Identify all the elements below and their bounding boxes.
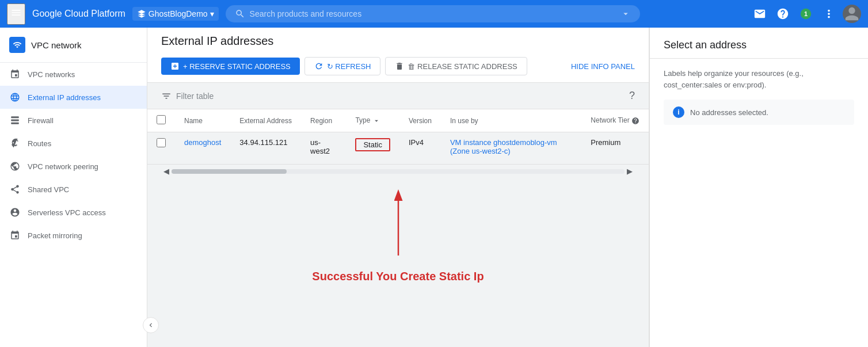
shared-vpc-icon xyxy=(9,184,21,195)
sidebar-item-serverless[interactable]: Serverless VPC access xyxy=(0,201,147,224)
row-checkbox-cell[interactable] xyxy=(147,132,175,162)
annotation-area: Successful You Create Static Ip xyxy=(147,189,649,295)
more-options-icon[interactable] xyxy=(820,5,838,23)
search-input[interactable] xyxy=(250,9,616,18)
filter-help-icon[interactable]: ? xyxy=(629,90,635,102)
name-link[interactable]: demoghost xyxy=(184,138,221,147)
vpc-peering-icon xyxy=(9,161,21,172)
sidebar-label-vpc-peering: VPC network peering xyxy=(28,162,98,171)
info-notice: i No addresses selected. xyxy=(664,100,854,125)
collapse-sidebar-button[interactable] xyxy=(143,317,159,333)
cell-region: us-west2 xyxy=(301,132,346,162)
menu-icon[interactable] xyxy=(7,3,25,25)
release-static-address-button[interactable]: 🗑 RELEASE STATIC ADDRESS xyxy=(385,57,527,75)
success-message: Successful You Create Static Ip xyxy=(147,270,649,283)
info-icon: i xyxy=(673,106,684,118)
sidebar-title: VPC network xyxy=(31,40,82,50)
sidebar-item-firewall[interactable]: Firewall xyxy=(0,109,147,132)
ip-addresses-table: Name External Address Region Type Versio… xyxy=(147,109,649,162)
reserve-button-label: + RESERVE STATIC ADDRESS xyxy=(183,62,291,71)
project-selector[interactable]: GhostBlogDemo ▾ xyxy=(132,7,219,21)
col-region: Region xyxy=(301,109,346,132)
sidebar-item-routes[interactable]: Routes xyxy=(0,132,147,155)
routes-icon xyxy=(9,138,21,149)
sidebar-label-vpc-networks: VPC networks xyxy=(28,70,75,79)
sidebar-label-external-ip: External IP addresses xyxy=(28,93,101,102)
col-select-all[interactable] xyxy=(147,109,175,132)
red-arrow xyxy=(381,189,416,258)
select-all-checkbox[interactable] xyxy=(157,115,166,124)
serverless-icon xyxy=(9,207,21,218)
sidebar-label-firewall: Firewall xyxy=(28,116,54,125)
sidebar-label-routes: Routes xyxy=(28,139,51,148)
header-actions: + RESERVE STATIC ADDRESS ↻ REFRESH 🗑 REL… xyxy=(161,57,527,75)
row-checkbox[interactable] xyxy=(157,138,166,147)
help-icon[interactable] xyxy=(774,5,792,23)
sidebar-label-shared-vpc: Shared VPC xyxy=(28,185,69,194)
cell-external-address: 34.94.115.121 xyxy=(230,132,301,162)
col-type[interactable]: Type xyxy=(346,109,399,132)
avatar[interactable] xyxy=(843,5,861,23)
horizontal-scrollbar[interactable] xyxy=(172,169,625,174)
filter-row: Filter table ? xyxy=(147,83,649,109)
table-wrapper: Name External Address Region Type Versio… xyxy=(147,109,649,347)
info-panel: Select an address Labels help organize y… xyxy=(649,28,868,347)
project-name: GhostBlogDemo xyxy=(149,9,208,18)
table-row: demoghost 34.94.115.121 us-west2 Static … xyxy=(147,132,649,162)
scroll-thumb xyxy=(172,169,287,174)
main-layout: VPC network VPC networks External IP add… xyxy=(0,28,868,347)
project-chevron: ▾ xyxy=(210,9,214,18)
svg-rect-3 xyxy=(11,120,19,121)
firewall-icon xyxy=(9,115,21,126)
info-panel-body: Labels help organize your resources (e.g… xyxy=(650,59,868,134)
notifications-icon[interactable]: 1 xyxy=(797,5,815,23)
cell-name: demoghost xyxy=(175,132,230,162)
vpc-header-icon xyxy=(9,37,25,53)
filter-label: Filter table xyxy=(176,91,214,101)
cell-in-use-by: VM instance ghostdemoblog-vm (Zone us-we… xyxy=(441,132,581,162)
vpc-networks-icon xyxy=(9,68,21,80)
col-version: Version xyxy=(399,109,441,132)
table-section: Filter table ? Name External Address Reg… xyxy=(147,83,649,347)
external-ip-icon xyxy=(9,91,21,103)
scroll-left-arrow[interactable]: ◀ xyxy=(161,167,172,176)
type-badge: Static xyxy=(355,138,390,151)
search-bar[interactable] xyxy=(226,5,640,22)
packet-mirroring-icon xyxy=(9,230,21,241)
filter-icon xyxy=(161,91,172,101)
cell-network-tier: Premium xyxy=(581,132,649,162)
page-title: External IP addresses xyxy=(161,35,273,48)
sidebar-item-vpc-networks[interactable]: VPC networks xyxy=(0,63,147,86)
sidebar-item-shared-vpc[interactable]: Shared VPC xyxy=(0,178,147,201)
cell-type: Static xyxy=(346,132,399,162)
sidebar-item-external-ip[interactable]: External IP addresses xyxy=(0,86,147,109)
svg-rect-4 xyxy=(11,123,19,124)
reserve-static-address-button[interactable]: + RESERVE STATIC ADDRESS xyxy=(161,58,300,75)
col-external-address: External Address xyxy=(230,109,301,132)
cell-version: IPv4 xyxy=(399,132,441,162)
sidebar-header: VPC network xyxy=(0,28,147,63)
svg-rect-2 xyxy=(11,116,19,118)
info-panel-description: Labels help organize your resources (e.g… xyxy=(664,68,854,90)
sidebar-item-packet-mirroring[interactable]: Packet mirroring xyxy=(0,224,147,247)
svg-text:1: 1 xyxy=(804,10,808,17)
sidebar-item-vpc-peering[interactable]: VPC network peering xyxy=(0,155,147,178)
release-button-label: 🗑 RELEASE STATIC ADDRESS xyxy=(408,62,517,71)
sidebar: VPC network VPC networks External IP add… xyxy=(0,28,147,347)
sidebar-label-serverless: Serverless VPC access xyxy=(28,208,106,217)
col-name: Name xyxy=(175,109,230,132)
col-network-tier: Network Tier xyxy=(581,109,649,132)
vm-instance-link[interactable]: VM instance ghostdemoblog-vm (Zone us-we… xyxy=(450,138,557,155)
nav-right-actions: 1 xyxy=(751,5,861,23)
refresh-button-label: ↻ REFRESH xyxy=(327,62,371,71)
top-navigation: Google Cloud Platform GhostBlogDemo ▾ 1 xyxy=(0,0,868,28)
info-panel-header: Select an address xyxy=(650,28,868,59)
col-in-use-by: In use by xyxy=(441,109,581,132)
email-icon[interactable] xyxy=(751,5,769,23)
page-header: External IP addresses + RESERVE STATIC A… xyxy=(147,28,649,83)
refresh-button[interactable]: ↻ REFRESH xyxy=(304,57,381,75)
sidebar-label-packet-mirroring: Packet mirroring xyxy=(28,231,82,240)
scroll-right-arrow[interactable]: ▶ xyxy=(625,167,635,176)
hide-info-panel-button[interactable]: HIDE INFO PANEL xyxy=(571,62,635,71)
app-logo: Google Cloud Platform xyxy=(32,9,125,19)
